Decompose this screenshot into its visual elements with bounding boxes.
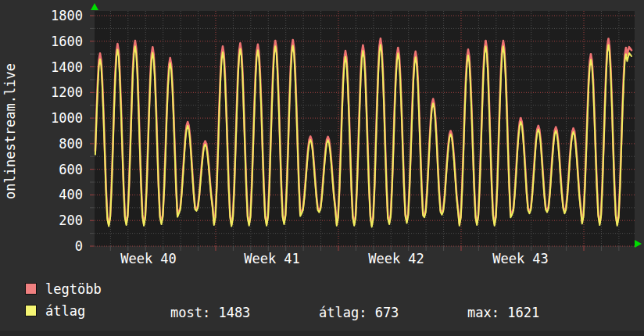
y-tick-label: 1800 — [14, 9, 83, 23]
legend-label: átlag — [45, 304, 85, 318]
y-tick-label: 0 — [14, 239, 83, 253]
legend-swatch-icon — [25, 305, 37, 316]
x-tick-label: Week 43 — [492, 251, 549, 266]
x-tick-label: Week 41 — [244, 251, 300, 266]
bottom-band — [0, 331, 644, 336]
x-tick-label: Week 42 — [368, 251, 424, 266]
stat-atlag: átlag: 673 — [319, 306, 399, 320]
x-axis-arrow-icon — [635, 240, 642, 248]
y-tick-label: 1400 — [14, 60, 83, 74]
stat-most: most: 1483 — [170, 306, 250, 320]
x-tick-label: Week 40 — [120, 251, 177, 266]
y-tick-label: 400 — [14, 188, 83, 202]
y-tick-label: 1600 — [14, 34, 83, 48]
rrd-graph: onlinestream.live 1800160014001200100080… — [0, 0, 644, 336]
stat-max: max: 1621 — [467, 306, 539, 320]
legend-swatch-icon — [25, 283, 37, 295]
y-axis-arrow-icon — [91, 3, 98, 10]
chart-canvas — [95, 11, 635, 246]
y-tick-label: 1000 — [14, 111, 83, 125]
y-tick-label: 600 — [14, 163, 83, 177]
legend-label: legtöbb — [45, 282, 102, 296]
y-tick-label: 1200 — [14, 85, 83, 99]
series-max-line — [95, 38, 631, 225]
series-avg-line — [95, 45, 631, 227]
y-axis-title: onlinestream.live — [2, 63, 18, 199]
y-tick-label: 200 — [14, 213, 83, 227]
plot-area — [95, 11, 635, 246]
y-tick-label: 800 — [14, 137, 83, 151]
